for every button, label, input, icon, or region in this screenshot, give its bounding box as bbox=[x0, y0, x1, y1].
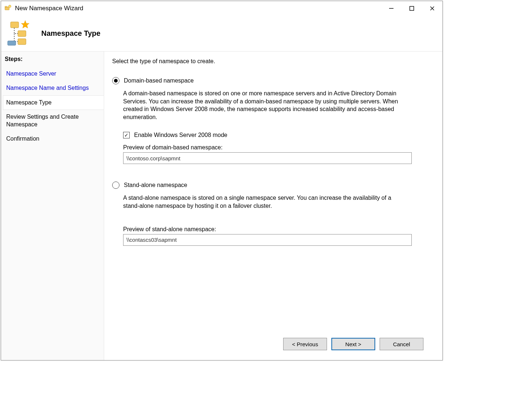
close-button[interactable] bbox=[422, 1, 442, 16]
titlebar: New Namespace Wizard bbox=[1, 1, 442, 16]
wizard-body: Steps: Namespace Server Namespace Name a… bbox=[1, 51, 442, 360]
domain-sub-block: ✓ Enable Windows Server 2008 mode Previe… bbox=[123, 132, 433, 164]
page-title: Namespace Type bbox=[41, 29, 100, 38]
wizard-icon bbox=[6, 20, 33, 47]
next-button[interactable]: Next > bbox=[331, 338, 375, 350]
radio-label-domain: Domain-based namespace bbox=[124, 77, 194, 84]
step-confirmation[interactable]: Confirmation bbox=[5, 132, 100, 146]
checkbox-icon: ✓ bbox=[123, 132, 130, 138]
standalone-preview-input[interactable] bbox=[123, 234, 412, 246]
svg-rect-9 bbox=[18, 31, 26, 37]
radio-label-standalone: Stand-alone namespace bbox=[124, 182, 187, 188]
svg-rect-11 bbox=[8, 41, 16, 45]
svg-point-2 bbox=[9, 5, 11, 8]
step-review-create[interactable]: Review Settings and Create Namespace bbox=[5, 110, 100, 132]
window-title: New Namespace Wizard bbox=[15, 5, 83, 12]
wizard-header: Namespace Type bbox=[1, 16, 442, 51]
domain-preview-input[interactable] bbox=[123, 152, 412, 164]
step-namespace-name-settings[interactable]: Namespace Name and Settings bbox=[5, 81, 100, 95]
maximize-button[interactable] bbox=[402, 1, 422, 16]
domain-preview-label: Preview of domain-based namespace: bbox=[123, 144, 433, 151]
app-icon bbox=[4, 5, 11, 12]
wizard-window: New Namespace Wizard Namespac bbox=[1, 1, 443, 360]
svg-marker-8 bbox=[21, 20, 29, 28]
step-namespace-type[interactable]: Namespace Type bbox=[3, 95, 104, 110]
svg-rect-4 bbox=[410, 7, 414, 11]
checkbox-label: Enable Windows Server 2008 mode bbox=[134, 132, 227, 138]
checkbox-ws2008-mode[interactable]: ✓ Enable Windows Server 2008 mode bbox=[123, 132, 433, 138]
radio-domain-based[interactable]: Domain-based namespace bbox=[112, 77, 433, 84]
standalone-description: A stand-alone namespace is stored on a s… bbox=[123, 194, 408, 210]
wizard-footer: < Previous Next > Cancel bbox=[112, 332, 433, 356]
standalone-preview-label: Preview of stand-alone namespace: bbox=[123, 226, 433, 233]
steps-header: Steps: bbox=[5, 56, 100, 62]
window-controls bbox=[381, 1, 442, 16]
step-namespace-server[interactable]: Namespace Server bbox=[5, 67, 100, 81]
radio-icon bbox=[112, 77, 119, 84]
radio-icon bbox=[112, 182, 119, 189]
standalone-sub-block: Preview of stand-alone namespace: bbox=[123, 226, 433, 246]
instruction-text: Select the type of namespace to create. bbox=[112, 58, 433, 65]
svg-rect-1 bbox=[5, 6, 7, 7]
radio-stand-alone[interactable]: Stand-alone namespace bbox=[112, 182, 433, 189]
steps-sidebar: Steps: Namespace Server Namespace Name a… bbox=[1, 51, 104, 360]
wizard-content: Select the type of namespace to create. … bbox=[104, 51, 442, 360]
minimize-button[interactable] bbox=[381, 1, 402, 16]
cancel-button[interactable]: Cancel bbox=[380, 338, 423, 350]
domain-description: A domain-based namespace is stored on on… bbox=[123, 89, 408, 121]
previous-button[interactable]: < Previous bbox=[283, 338, 327, 350]
svg-rect-10 bbox=[18, 39, 26, 45]
svg-rect-7 bbox=[11, 22, 19, 28]
